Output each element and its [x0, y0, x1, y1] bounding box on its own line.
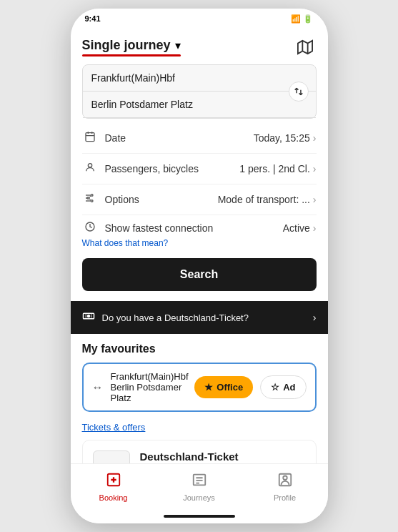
add-star-icon: ☆ [271, 382, 279, 393]
transport-label: Options [105, 194, 218, 205]
transport-value: Mode of transport: ... [218, 194, 310, 205]
journey-type-label: Single journey [82, 38, 171, 53]
favourites-title: My favourites [82, 343, 317, 355]
add-label: Ad [283, 382, 295, 393]
booking-icon [106, 472, 121, 491]
nav-journeys[interactable]: Journeys [156, 464, 242, 509]
header-title-group: Single journey ▾ [82, 38, 181, 56]
svg-point-9 [91, 194, 93, 197]
destination-value: Berlin Potsdamer Platz [91, 99, 250, 110]
header-underline [82, 54, 181, 56]
phone-frame: 9:41 📶 🔋 Single journey ▾ [71, 9, 328, 523]
passengers-chevron: › [313, 163, 317, 174]
date-label: Date [105, 132, 254, 144]
nav-booking[interactable]: Booking [71, 464, 156, 509]
deutschland-text: Do you have a Deutschland-Ticket? [102, 312, 313, 323]
transport-option[interactable]: Options Mode of transport: ... › [82, 184, 317, 215]
header: Single journey ▾ [71, 29, 328, 64]
svg-point-7 [88, 164, 91, 167]
transport-icon [82, 192, 98, 207]
date-value: Today, 15:25 [254, 132, 310, 144]
swap-button[interactable] [289, 82, 309, 102]
what-means-link[interactable]: What does that mean? [82, 238, 317, 248]
office-favourite-button[interactable]: ★ Office [194, 376, 253, 398]
date-chevron: › [313, 132, 317, 144]
passengers-label: Passengers, bicycles [105, 163, 240, 174]
fav-route: Frankfurt(Main)Hbf Berlin Potsdamer Plat… [111, 371, 188, 403]
options-section: Date Today, 15:25 › Passengers, bicycles… [71, 123, 328, 215]
fastest-chevron: › [313, 222, 317, 234]
svg-point-25 [283, 476, 287, 480]
office-label: Office [217, 382, 243, 393]
favourites-section: My favourites ↔ Frankfurt(Main)Hbf Berli… [71, 334, 328, 418]
fastest-row[interactable]: Show fastest connection Active › [82, 221, 317, 235]
passengers-icon [82, 162, 98, 176]
add-favourite-button[interactable]: ☆ Ad [260, 375, 306, 399]
origin-value: Frankfurt(Main)Hbf [91, 72, 307, 84]
offer-title: Deutschland-Ticket [140, 450, 294, 463]
fav-from: Frankfurt(Main)Hbf [111, 371, 188, 382]
offer-info: Deutschland-Ticket Travel conveniently t… [140, 450, 294, 463]
content-area: Single journey ▾ Frankfurt(Main)Hbf [71, 29, 328, 463]
search-button[interactable]: Search [82, 258, 317, 291]
journeys-icon [191, 472, 207, 491]
status-bar: 9:41 📶 🔋 [71, 9, 328, 29]
route-arrow-icon: ↔ [92, 381, 104, 394]
origin-input-row[interactable]: Frankfurt(Main)Hbf [83, 65, 316, 92]
svg-marker-0 [297, 41, 312, 54]
journey-inputs: Frankfurt(Main)Hbf Berlin Potsdamer Plat… [82, 64, 317, 119]
deutschland-banner[interactable]: Do you have a Deutschland-Ticket? › [71, 301, 328, 334]
profile-icon [277, 472, 293, 491]
ticket-icon [82, 310, 95, 325]
journey-type-selector[interactable]: Single journey ▾ [82, 38, 181, 53]
time: 9:41 [85, 14, 101, 23]
date-option[interactable]: Date Today, 15:25 › [82, 123, 317, 154]
profile-label: Profile [274, 493, 296, 502]
destination-input-row[interactable]: Berlin Potsdamer Platz [83, 92, 316, 118]
svg-rect-3 [86, 133, 94, 142]
dropdown-icon: ▾ [175, 39, 181, 52]
passengers-option[interactable]: Passengers, bicycles 1 pers. | 2nd Cl. › [82, 154, 317, 184]
passengers-value: 1 pers. | 2nd Cl. [239, 163, 310, 174]
fav-to: Berlin Potsdamer Platz [111, 382, 188, 403]
offer-card-section: Deutschland-Ticket Travel conveniently t… [71, 440, 328, 463]
fastest-icon [82, 221, 98, 235]
nav-profile[interactable]: Profile [242, 464, 328, 509]
home-bar [164, 515, 235, 518]
office-star-icon: ★ [204, 382, 213, 393]
svg-point-16 [87, 315, 89, 317]
booking-label: Booking [99, 493, 128, 502]
deutschland-ticket-card[interactable]: Deutschland-Ticket Travel conveniently t… [82, 440, 317, 463]
bottom-nav: Booking Journeys Profile [71, 463, 328, 509]
transport-chevron: › [313, 194, 317, 205]
fastest-section: Show fastest connection Active › What do… [71, 215, 328, 248]
date-icon [82, 131, 98, 145]
deutschland-chevron: › [313, 312, 317, 323]
favourites-card: ↔ Frankfurt(Main)Hbf Berlin Potsdamer Pl… [82, 363, 317, 412]
svg-point-10 [91, 200, 93, 202]
journeys-label: Journeys [183, 493, 215, 502]
offer-icon-box [93, 450, 130, 463]
home-indicator [71, 509, 328, 523]
map-button[interactable] [294, 36, 317, 59]
fastest-status: Active [283, 222, 310, 234]
journey-input-section: Frankfurt(Main)Hbf Berlin Potsdamer Plat… [71, 64, 328, 123]
status-icons: 📶 🔋 [291, 14, 313, 24]
tickets-offers-link[interactable]: Tickets & offers [71, 418, 328, 440]
fastest-label: Show fastest connection [105, 222, 283, 234]
